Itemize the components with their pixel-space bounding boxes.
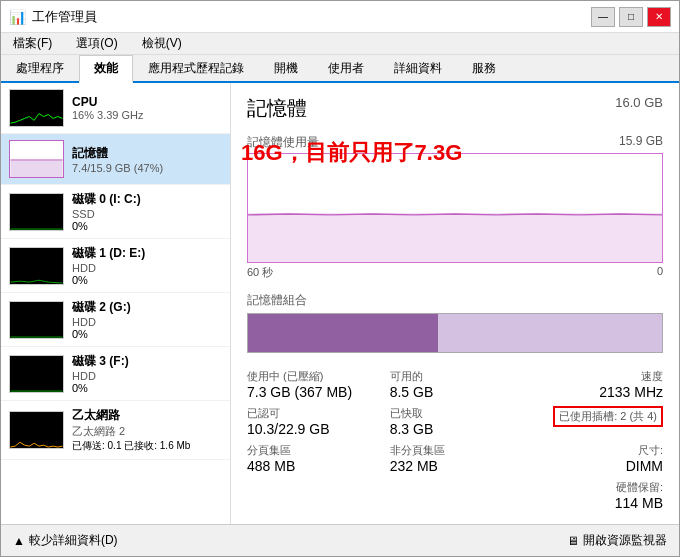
- stats-grid: 使用中 (已壓縮) 7.3 GB (367 MB) 可用的 8.5 GB 速度 …: [247, 369, 663, 511]
- window-title: 工作管理員: [32, 8, 97, 26]
- stat-paged-pool: 分頁集區 488 MB: [247, 443, 378, 474]
- disk1-type: HDD: [72, 262, 222, 274]
- sidebar-item-disk0[interactable]: 磁碟 0 (I: C:) SSD 0%: [1, 185, 230, 239]
- stat-speed: 速度 2133 MHz: [532, 369, 663, 400]
- panel-header: 記憶體 16.0 GB: [247, 95, 663, 122]
- network-label: 乙太網路: [72, 407, 222, 424]
- bottom-bar: ▲ 較少詳細資料(D) 🖥 開啟資源監視器: [1, 524, 679, 556]
- chevron-up-icon: ▲: [13, 534, 25, 548]
- disk2-label: 磁碟 2 (G:): [72, 299, 222, 316]
- stat-slots: 已使用插槽: 2 (共 4): [532, 406, 663, 437]
- open-resource-monitor-button[interactable]: 🖥 開啟資源監視器: [567, 532, 667, 549]
- tab-app-history[interactable]: 應用程式歷程記錄: [133, 55, 259, 81]
- composition-label: 記憶體組合: [247, 292, 663, 309]
- network-mini-graph: [9, 411, 64, 449]
- disk2-val: 0%: [72, 328, 222, 340]
- chart-time: 60 秒 0: [247, 265, 663, 280]
- maximize-button[interactable]: □: [619, 7, 643, 27]
- app-icon: 📊: [9, 9, 26, 25]
- stat-empty2: [390, 480, 521, 511]
- sidebar-item-cpu[interactable]: CPU 16% 3.39 GHz: [1, 83, 230, 134]
- tabs-bar: 處理程序 效能 應用程式歷程記錄 開機 使用者 詳細資料 服務: [1, 55, 679, 83]
- stat-committed: 已認可 10.3/22.9 GB: [247, 406, 378, 437]
- stat-cached: 已快取 8.3 GB: [390, 406, 521, 437]
- menu-options[interactable]: 選項(O): [72, 34, 121, 53]
- stat-form-factor: 尺寸: DIMM: [532, 443, 663, 474]
- title-bar-left: 📊 工作管理員: [9, 8, 97, 26]
- menu-view[interactable]: 檢視(V): [138, 34, 186, 53]
- tab-performance[interactable]: 效能: [79, 55, 133, 83]
- disk3-type: HDD: [72, 370, 222, 382]
- tab-startup[interactable]: 開機: [259, 55, 313, 81]
- tab-processes[interactable]: 處理程序: [1, 55, 79, 81]
- minimize-button[interactable]: —: [591, 7, 615, 27]
- composition-used: [248, 314, 438, 352]
- disk2-type: HDD: [72, 316, 222, 328]
- sidebar: CPU 16% 3.39 GHz 記憶體 7.4/15.9 GB (47%): [1, 83, 231, 524]
- composition-section: 記憶體組合: [247, 292, 663, 353]
- composition-free: [438, 314, 662, 352]
- disk0-info: 磁碟 0 (I: C:) SSD 0%: [72, 191, 222, 232]
- menu-bar: 檔案(F) 選項(O) 檢視(V): [1, 33, 679, 55]
- stat-available: 可用的 8.5 GB: [390, 369, 521, 400]
- memory-usage: 7.4/15.9 GB (47%): [72, 162, 222, 174]
- close-button[interactable]: ✕: [647, 7, 671, 27]
- monitor-icon: 🖥: [567, 534, 579, 548]
- less-detail-button[interactable]: ▲ 較少詳細資料(D): [13, 532, 118, 549]
- menu-file[interactable]: 檔案(F): [9, 34, 56, 53]
- svg-rect-1: [248, 213, 662, 262]
- disk2-info: 磁碟 2 (G:) HDD 0%: [72, 299, 222, 340]
- stat-empty1: [247, 480, 378, 511]
- main-content: CPU 16% 3.39 GHz 記憶體 7.4/15.9 GB (47%): [1, 83, 679, 524]
- disk3-label: 磁碟 3 (F:): [72, 353, 222, 370]
- disk1-info: 磁碟 1 (D: E:) HDD 0%: [72, 245, 222, 286]
- svg-rect-0: [10, 160, 62, 177]
- memory-chart-section: 記憶體使用量 15.9 GB 60 秒 0: [247, 134, 663, 280]
- tab-services[interactable]: 服務: [457, 55, 511, 81]
- panel-title: 記憶體: [247, 95, 307, 122]
- task-manager-window: 📊 工作管理員 — □ ✕ 檔案(F) 選項(O) 檢視(V) 處理程序 效能 …: [0, 0, 680, 557]
- cpu-mini-graph: [9, 89, 64, 127]
- sidebar-item-disk3[interactable]: 磁碟 3 (F:) HDD 0%: [1, 347, 230, 401]
- sidebar-item-disk2[interactable]: 磁碟 2 (G:) HDD 0%: [1, 293, 230, 347]
- tab-details[interactable]: 詳細資料: [379, 55, 457, 81]
- memory-chart: [247, 153, 663, 263]
- disk1-val: 0%: [72, 274, 222, 286]
- cpu-label: CPU: [72, 95, 222, 109]
- disk1-label: 磁碟 1 (D: E:): [72, 245, 222, 262]
- sidebar-item-disk1[interactable]: 磁碟 1 (D: E:) HDD 0%: [1, 239, 230, 293]
- cpu-info: CPU 16% 3.39 GHz: [72, 95, 222, 121]
- memory-label: 記憶體: [72, 145, 222, 162]
- right-panel: 16G，目前只用了7.3G 記憶體 16.0 GB 記憶體使用量 15.9 GB: [231, 83, 679, 524]
- sidebar-item-network[interactable]: 乙太網路 乙太網路 2 已傳送: 0.1 已接收: 1.6 Mb: [1, 401, 230, 460]
- disk0-val: 0%: [72, 220, 222, 232]
- tab-users[interactable]: 使用者: [313, 55, 379, 81]
- memory-mini-graph: [9, 140, 64, 178]
- title-controls: — □ ✕: [591, 7, 671, 27]
- sidebar-item-memory[interactable]: 記憶體 7.4/15.9 GB (47%): [1, 134, 230, 185]
- disk2-mini-graph: [9, 301, 64, 339]
- network-subname: 乙太網路 2: [72, 424, 222, 439]
- disk3-mini-graph: [9, 355, 64, 393]
- stat-nonpaged-pool: 非分頁集區 232 MB: [390, 443, 521, 474]
- title-bar: 📊 工作管理員 — □ ✕: [1, 1, 679, 33]
- disk3-info: 磁碟 3 (F:) HDD 0%: [72, 353, 222, 394]
- stat-hw-reserved: 硬體保留: 114 MB: [532, 480, 663, 511]
- disk0-type: SSD: [72, 208, 222, 220]
- panel-capacity: 16.0 GB: [615, 95, 663, 110]
- stat-in-use: 使用中 (已壓縮) 7.3 GB (367 MB): [247, 369, 378, 400]
- chart-label: 記憶體使用量 15.9 GB: [247, 134, 663, 151]
- network-info: 乙太網路 乙太網路 2 已傳送: 0.1 已接收: 1.6 Mb: [72, 407, 222, 453]
- network-val: 已傳送: 0.1 已接收: 1.6 Mb: [72, 439, 222, 453]
- disk0-label: 磁碟 0 (I: C:): [72, 191, 222, 208]
- slots-highlight: 已使用插槽: 2 (共 4): [553, 406, 663, 427]
- disk3-val: 0%: [72, 382, 222, 394]
- composition-bar: [247, 313, 663, 353]
- cpu-usage: 16% 3.39 GHz: [72, 109, 222, 121]
- disk0-mini-graph: [9, 193, 64, 231]
- disk1-mini-graph: [9, 247, 64, 285]
- memory-info: 記憶體 7.4/15.9 GB (47%): [72, 145, 222, 174]
